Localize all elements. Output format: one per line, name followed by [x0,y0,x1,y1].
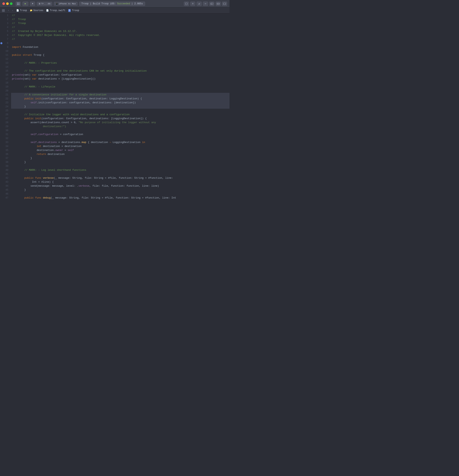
comment-token: // [12,38,15,41]
plain-token: destination. [12,149,55,152]
line-number-11: 11 [0,53,8,57]
sources-label: Sources [33,9,43,12]
lines-button[interactable]: ≡ [190,2,195,6]
line-number-40: 40 [0,168,8,172]
line-number-43: 43 [0,180,8,184]
code-line-7: // [11,37,230,41]
prop-token: owner [55,149,63,152]
braces-button[interactable]: {} [184,2,189,6]
code-line-4: // [11,26,230,29]
plain-token [34,177,35,179]
plain-token: (set) [23,77,32,80]
svg-rect-3 [18,4,19,5]
line-number-5: 5 [0,29,8,33]
self-token: self [31,101,37,104]
nav-forward[interactable]: › [11,9,14,12]
layout2-button[interactable] [216,2,221,6]
breadcrumb-troop-symbol[interactable]: S Troop [68,9,79,12]
line-number-35: 35 [0,148,8,152]
plain-token [12,133,31,136]
line-number-2: 2 [0,17,8,21]
code-line-20 [11,89,230,93]
plain-token: , file: file, function: function, line: … [89,185,159,187]
keyword-token: import [12,46,21,49]
sources-folder-icon: 📁 [30,9,33,12]
code-line-29: destinations!") [11,125,230,128]
keyword-token: public [12,177,34,179]
scheme-name: Tr...OS [41,3,50,5]
line-number-8: 8 [0,41,8,45]
comment-token: // Troop [12,18,26,21]
scheme-selector[interactable]: 🖥 Tr...OS [37,2,52,6]
nav-back[interactable]: ‹ [7,9,10,12]
breadcrumb-troop-folder[interactable]: 📄 Troop [16,9,27,12]
maximize-button[interactable] [10,2,12,5]
plain-token: = [63,149,68,152]
string-token: destinations!") [12,125,66,128]
code-line-17: private(set) var destinations = [Logging… [11,77,230,81]
plain-token: destinations = [LoggingDestination]() [37,77,96,80]
comment-token: // Created by Bojan Dimovski on 13.12.17… [12,30,77,33]
line-number-28: 28 [0,121,8,125]
swift-file-label: Troop.swift [50,9,65,12]
navigator-toggle[interactable] [2,9,5,12]
line-number-4: 4 [0,26,8,29]
code-line-22: public init(configuration: Configuration… [11,97,230,101]
line-number-20: 20 [0,89,8,93]
comment-token: // MARK: - Lifecycle [12,85,55,88]
device-selector[interactable]: 📱 iPhone Xs Max [54,2,78,6]
grid-layout-button[interactable] [16,2,21,6]
code-line-6: // Copyright © 2017 Bojan Dimovski. All … [11,33,230,37]
build-status: Troop | Build Troop iOS: Succeeded | 2.0… [79,2,145,6]
svg-rect-0 [17,3,18,4]
plain-token [34,97,35,100]
line-number-38: 38 [0,160,8,164]
comment-token: // MARK: - Log level shorthand functions [12,169,86,171]
line-number-18: 18 [0,81,8,85]
keyword-token: let [37,145,41,148]
plain-token: = configuration [58,133,83,136]
layout1-button[interactable] [209,2,214,6]
line-number-31: 31 [0,133,8,136]
plain-token: } [12,188,26,191]
breadcrumb-troop-swift[interactable]: 📄 Troop.swift [46,9,65,12]
code-line-36: return destination [11,152,230,156]
close-button[interactable] [2,2,5,5]
line-number-16: 16 [0,73,8,77]
svg-rect-9 [2,9,3,10]
plain-token: destination [46,153,65,156]
line-number-37: 37 [0,156,8,160]
plain-token [41,196,43,199]
breadcrumb-sources[interactable]: 📁 Sources [30,9,43,12]
line-number-15: 15 [0,69,8,73]
crumb-sep-1: › [28,9,29,11]
stop-button[interactable]: ■ [30,2,35,6]
arrows-button[interactable]: ⇔ [203,2,208,6]
line-number-42: 42 [0,176,8,180]
plain-token: Int = #line) { [12,180,54,183]
code-line-16: private(set) var configuration: Configur… [11,73,230,77]
code-line-10 [11,49,230,53]
line-number-22: 22 [0,97,8,101]
line-number-17: 17 [0,77,8,81]
minimize-button[interactable] [6,2,9,5]
plain-token: .init(configuration: configuration, dest… [37,101,136,104]
build-run-button[interactable]: ▶ [22,2,28,6]
code-line-5: // Created by Bojan Dimovski on 13.12.17… [11,29,230,33]
plain-token: Troop { [32,53,44,57]
keyword-token: init [35,117,41,120]
func-token: map [82,141,86,144]
refresh-button[interactable]: ↺ [196,2,202,6]
plain-token: . [37,141,38,144]
plain-token [21,53,23,57]
swift-file-icon: 📄 [46,9,49,12]
comment-token: // [12,14,15,17]
code-editor[interactable]: //// Troop// Troop//// Created by Bojan … [10,14,230,238]
line-number-3: 3 [0,21,8,26]
plain-token: destination = destination [41,145,82,148]
func-token: debug [43,196,51,199]
layout3-button[interactable] [222,2,227,6]
line-number-12: 12 [0,57,8,61]
plain-token: configuration: Configuration [37,73,82,76]
line-number-33: 33 [0,140,8,144]
